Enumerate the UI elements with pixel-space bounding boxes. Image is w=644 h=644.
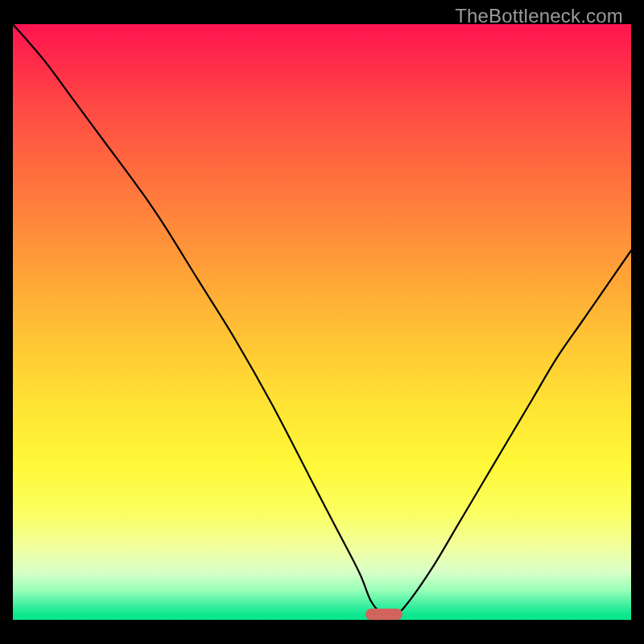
optimum-marker bbox=[365, 609, 402, 620]
plot-area bbox=[13, 24, 631, 620]
bottleneck-curve bbox=[13, 24, 631, 620]
chart-frame: TheBottleneck.com bbox=[13, 2, 631, 630]
